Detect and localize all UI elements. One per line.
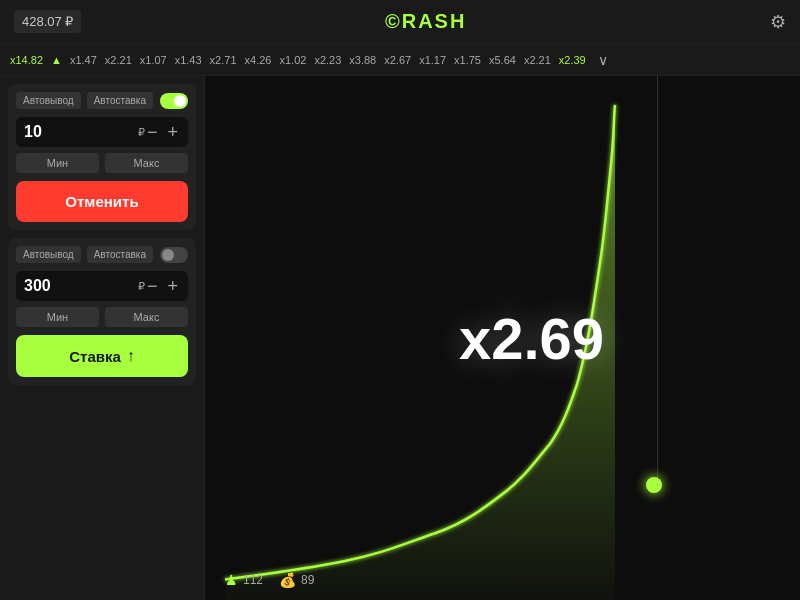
peak-line bbox=[657, 76, 658, 485]
currency-1: ₽ bbox=[138, 126, 145, 139]
ticker-arrow-up: ▲ bbox=[51, 54, 62, 66]
ticker-item: x3.88 bbox=[349, 54, 376, 66]
auto-stake-label-2: Автоставка bbox=[87, 246, 153, 263]
auto-stake-label-1: Автоставка bbox=[87, 92, 153, 109]
main-content: Автовывод Автоставка 10 ₽ − + Мин Макс О… bbox=[0, 76, 800, 600]
bets-count: 89 bbox=[301, 573, 314, 587]
balance-display: 428.07 ₽ bbox=[14, 10, 81, 33]
amount-btns-1: − + bbox=[145, 123, 180, 141]
bets-stat: 💰 89 bbox=[279, 572, 314, 588]
chart-area: x2.69 ♟ 112 💰 89 bbox=[205, 76, 800, 600]
amount-plus-2[interactable]: + bbox=[165, 277, 180, 295]
ticker-item: x2.21 bbox=[105, 54, 132, 66]
amount-minus-1[interactable]: − bbox=[145, 123, 160, 141]
amount-plus-1[interactable]: + bbox=[165, 123, 180, 141]
chart-stats: ♟ 112 💰 89 bbox=[225, 572, 314, 588]
bet-label: Ставка bbox=[69, 348, 121, 365]
left-panel: Автовывод Автоставка 10 ₽ − + Мин Макс О… bbox=[0, 76, 205, 600]
title-c: © bbox=[385, 10, 402, 32]
ticker-item: x1.47 bbox=[70, 54, 97, 66]
currency-2: ₽ bbox=[138, 280, 145, 293]
players-count: 112 bbox=[243, 573, 263, 587]
balance-area: 428.07 ₽ bbox=[14, 10, 81, 33]
ticker-item: x1.43 bbox=[175, 54, 202, 66]
players-icon: ♟ bbox=[225, 572, 238, 588]
ticker-expand-icon[interactable]: ∨ bbox=[598, 52, 608, 68]
ticker-item: x1.17 bbox=[419, 54, 446, 66]
bets-icon: 💰 bbox=[279, 572, 296, 588]
cancel-button[interactable]: Отменить bbox=[16, 181, 188, 222]
max-btn-1[interactable]: Макс bbox=[105, 153, 188, 173]
settings-icon[interactable]: ⚙ bbox=[770, 11, 786, 33]
min-max-row-1: Мин Макс bbox=[16, 153, 188, 173]
ticker-item: x5.64 bbox=[489, 54, 516, 66]
max-btn-2[interactable]: Макс bbox=[105, 307, 188, 327]
min-max-row-2: Мин Макс bbox=[16, 307, 188, 327]
bet-button[interactable]: Ставка ↑ bbox=[16, 335, 188, 377]
amount-row-1: 10 ₽ − + bbox=[16, 117, 188, 147]
top-bar: 428.07 ₽ ©RASH ⚙ bbox=[0, 0, 800, 44]
auto-stake-switch-1[interactable] bbox=[160, 93, 188, 109]
auto-stake-switch-2[interactable] bbox=[160, 247, 188, 263]
amount-value-1: 10 bbox=[24, 123, 136, 141]
multiplier-display: x2.69 bbox=[459, 305, 604, 372]
bet-section-1: Автовывод Автоставка 10 ₽ − + Мин Макс О… bbox=[8, 84, 196, 230]
ticker-item: x1.75 bbox=[454, 54, 481, 66]
game-title: ©RASH bbox=[385, 10, 466, 33]
min-btn-1[interactable]: Мин bbox=[16, 153, 99, 173]
ticker-item: x1.07 bbox=[140, 54, 167, 66]
ticker-item: x4.26 bbox=[245, 54, 272, 66]
bet-section-2: Автовывод Автоставка 300 ₽ − + Мин Макс … bbox=[8, 238, 196, 385]
players-stat: ♟ 112 bbox=[225, 572, 263, 588]
auto-withdraw-toggle-1[interactable]: Автовывод bbox=[16, 92, 81, 109]
ticker-item: x2.39 bbox=[559, 54, 586, 66]
amount-row-2: 300 ₽ − + bbox=[16, 271, 188, 301]
ticker-item: x2.21 bbox=[524, 54, 551, 66]
ticker-item: x2.71 bbox=[210, 54, 237, 66]
amount-value-2: 300 bbox=[24, 277, 136, 295]
ticker-item: x1.02 bbox=[279, 54, 306, 66]
min-btn-2[interactable]: Мин bbox=[16, 307, 99, 327]
ticker-item: x14.82 bbox=[10, 54, 43, 66]
auto-withdraw-toggle-2[interactable]: Автовывод bbox=[16, 246, 81, 263]
peak-dot bbox=[646, 477, 662, 493]
amount-minus-2[interactable]: − bbox=[145, 277, 160, 295]
bet-section-1-top: Автовывод Автоставка bbox=[16, 92, 188, 109]
bet-section-2-top: Автовывод Автоставка bbox=[16, 246, 188, 263]
title-rash: RASH bbox=[402, 10, 467, 32]
bet-arrow-icon: ↑ bbox=[127, 347, 135, 365]
amount-btns-2: − + bbox=[145, 277, 180, 295]
ticker-bar: x14.82 ▲ x1.47 x2.21 x1.07 x1.43 x2.71 x… bbox=[0, 44, 800, 76]
ticker-item: x2.67 bbox=[384, 54, 411, 66]
ticker-item: x2.23 bbox=[314, 54, 341, 66]
